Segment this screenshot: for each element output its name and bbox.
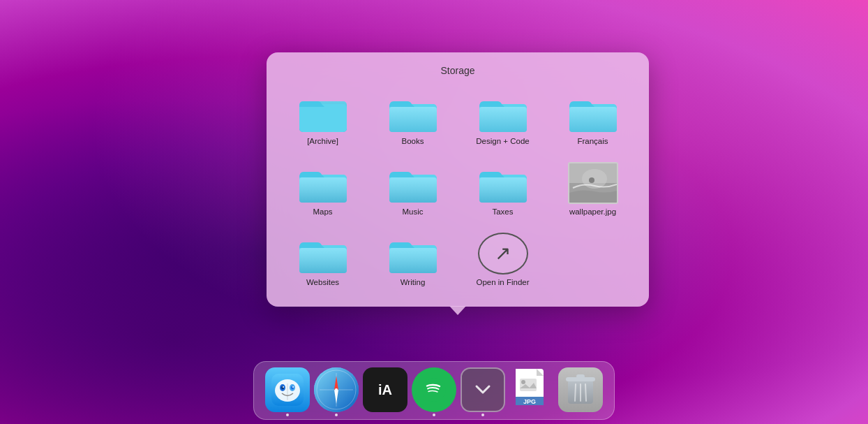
svg-point-36 bbox=[283, 386, 284, 388]
folder-taxes-icon bbox=[478, 162, 528, 204]
dock-item-stack[interactable] bbox=[461, 367, 505, 412]
jpg-file-icon: JPG bbox=[509, 367, 554, 412]
folder-francais-label: Français bbox=[577, 137, 608, 147]
folder-design-code-icon bbox=[478, 92, 528, 133]
svg-rect-8 bbox=[479, 107, 527, 132]
folder-francais[interactable]: Français bbox=[551, 87, 635, 151]
folder-design-code[interactable]: Design + Code bbox=[461, 87, 545, 151]
folder-taxes-label: Taxes bbox=[492, 207, 513, 217]
storage-popup: Storage [Archive] bbox=[267, 52, 649, 307]
svg-line-57 bbox=[575, 384, 576, 401]
dock-item-jpg-file[interactable]: JPG bbox=[509, 367, 554, 412]
svg-point-50 bbox=[521, 380, 525, 384]
open-in-finder-label: Open in Finder bbox=[476, 278, 529, 288]
file-wallpaper-label: wallpaper.jpg bbox=[569, 207, 616, 217]
svg-line-59 bbox=[585, 384, 586, 401]
spotify-dot bbox=[433, 414, 435, 416]
folder-taxes[interactable]: Taxes bbox=[461, 158, 545, 221]
svg-rect-17 bbox=[389, 177, 437, 203]
folder-websites-icon bbox=[298, 233, 348, 275]
svg-point-25 bbox=[589, 177, 594, 183]
folder-francais-icon bbox=[568, 92, 618, 133]
svg-rect-31 bbox=[389, 248, 437, 273]
file-wallpaper[interactable]: wallpaper.jpg bbox=[551, 158, 635, 221]
safari-app-icon bbox=[314, 367, 359, 412]
folder-websites[interactable]: Websites bbox=[280, 228, 365, 292]
folder-music-label: Music bbox=[402, 207, 423, 217]
folder-writing-label: Writing bbox=[401, 278, 426, 288]
dock: iA bbox=[253, 361, 615, 420]
safari-dot bbox=[335, 414, 338, 416]
svg-rect-2 bbox=[299, 104, 347, 132]
folder-books[interactable]: Books bbox=[371, 87, 455, 151]
folder-maps-icon bbox=[298, 162, 348, 204]
svg-rect-56 bbox=[576, 374, 585, 379]
open-in-finder-button[interactable]: ↗ Open in Finder bbox=[461, 228, 545, 292]
storage-grid: [Archive] Books bbox=[280, 87, 635, 291]
folder-websites-label: Websites bbox=[306, 278, 339, 288]
ia-writer-app-icon: iA bbox=[363, 367, 407, 412]
folder-writing-icon bbox=[388, 233, 438, 275]
folder-archive-label: [Archive] bbox=[307, 137, 338, 147]
stack-dot bbox=[481, 414, 484, 416]
dock-item-safari[interactable] bbox=[314, 367, 359, 412]
svg-point-39 bbox=[292, 386, 294, 388]
svg-point-47 bbox=[335, 388, 338, 391]
finder-app-icon bbox=[265, 367, 310, 412]
svg-rect-5 bbox=[389, 107, 437, 132]
finder-dot bbox=[286, 414, 289, 416]
folder-writing[interactable]: Writing bbox=[371, 228, 455, 292]
dock-item-finder[interactable] bbox=[265, 367, 310, 412]
svg-text:JPG: JPG bbox=[523, 398, 536, 405]
storage-title: Storage bbox=[280, 65, 635, 76]
svg-rect-14 bbox=[299, 177, 347, 203]
folder-maps[interactable]: Maps bbox=[280, 158, 365, 221]
open-finder-arrow-icon: ↗ bbox=[495, 244, 511, 263]
dock-item-trash[interactable] bbox=[558, 367, 603, 412]
spotify-app-icon bbox=[412, 367, 456, 412]
folder-design-code-label: Design + Code bbox=[476, 137, 529, 147]
folder-archive[interactable]: [Archive] bbox=[280, 87, 365, 151]
wallpaper-thumbnail bbox=[568, 162, 618, 204]
folder-books-label: Books bbox=[402, 137, 424, 147]
folder-books-icon bbox=[388, 92, 438, 133]
svg-rect-11 bbox=[569, 107, 617, 132]
trash-app-icon bbox=[558, 367, 603, 412]
folder-music-icon bbox=[388, 162, 438, 204]
svg-rect-20 bbox=[479, 177, 527, 203]
svg-rect-28 bbox=[299, 248, 347, 273]
folder-archive-icon bbox=[298, 92, 348, 133]
open-finder-circle: ↗ bbox=[478, 233, 528, 275]
folder-music[interactable]: Music bbox=[371, 158, 455, 221]
dock-item-ia-writer[interactable]: iA bbox=[363, 367, 407, 412]
folder-maps-label: Maps bbox=[313, 207, 332, 217]
stack-app-icon bbox=[461, 367, 505, 412]
ia-writer-text: iA bbox=[378, 382, 392, 398]
dock-item-spotify[interactable] bbox=[412, 367, 456, 412]
